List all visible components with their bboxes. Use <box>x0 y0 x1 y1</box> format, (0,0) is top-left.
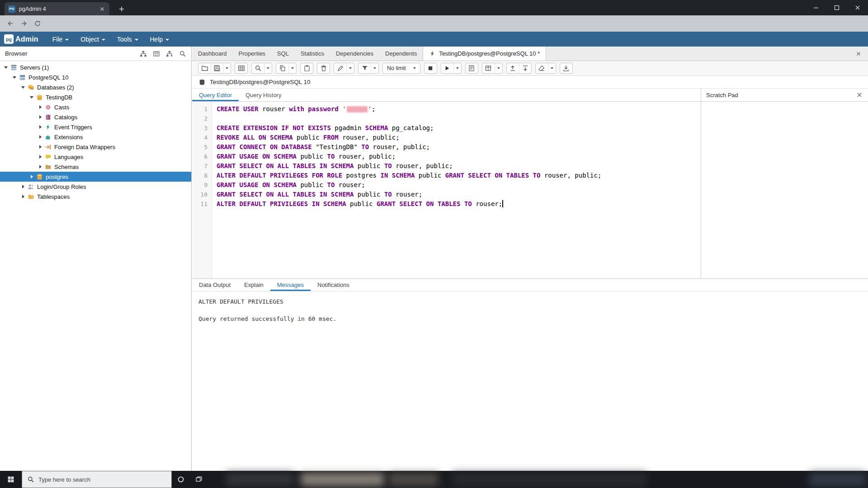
tab-query-tool-active[interactable]: TestingDB/postgres@PostgreSQL 10 * <box>423 47 546 61</box>
tree-item-testingdb[interactable]: TestingDB <box>0 92 191 102</box>
tab-query-history[interactable]: Query History <box>239 89 288 101</box>
tab-dashboard[interactable]: Dashboard <box>192 47 233 61</box>
save-button[interactable] <box>211 63 223 73</box>
reload-icon[interactable] <box>31 17 44 30</box>
download-csv-button[interactable] <box>560 63 572 73</box>
save-dropdown-button[interactable] <box>223 63 231 73</box>
chevron-down-icon[interactable] <box>13 75 17 80</box>
tree-item-extensions[interactable]: Extensions <box>0 132 191 142</box>
scratch-pad-textarea[interactable] <box>701 102 868 278</box>
clear-dropdown-button[interactable] <box>548 63 556 73</box>
copy-button[interactable] <box>276 63 288 73</box>
tree-item-servers-1[interactable]: Servers (1) <box>0 62 191 72</box>
cortana-icon[interactable] <box>172 471 190 488</box>
chevron-right-icon[interactable] <box>38 164 43 169</box>
filter-dropdown-button[interactable] <box>371 63 378 73</box>
chevron-right-icon[interactable] <box>30 174 34 179</box>
tab-properties[interactable]: Properties <box>233 47 271 61</box>
tree-item-postgres[interactable]: postgres <box>0 172 191 182</box>
tab-statistics[interactable]: Statistics <box>295 47 330 61</box>
tree-item-databases-2[interactable]: Databases (2) <box>0 82 191 92</box>
execute-dropdown-button[interactable] <box>453 63 461 73</box>
query-tool-icon <box>429 50 436 57</box>
delete-button[interactable] <box>317 63 330 73</box>
topology-icon[interactable] <box>138 49 148 59</box>
tab-notifications[interactable]: Notifications <box>311 279 356 291</box>
browser-navbar: /browser/ <box>0 15 868 32</box>
tree-item-casts[interactable]: Casts <box>0 102 191 112</box>
tree-item-label: Languages <box>54 154 83 160</box>
chevron-down-icon[interactable] <box>30 95 34 99</box>
explain-button[interactable] <box>466 63 478 73</box>
task-view-icon[interactable] <box>190 471 208 488</box>
rollback-button[interactable] <box>519 63 531 73</box>
tab-messages[interactable]: Messages <box>270 279 311 291</box>
row-limit-select[interactable]: No limit <box>382 63 420 74</box>
tab-data-output[interactable]: Data Output <box>192 279 237 291</box>
tree-item-login-group-roles[interactable]: Login/Group Roles <box>0 182 191 192</box>
menu-help[interactable]: Help <box>144 32 175 47</box>
tree-item-schemas[interactable]: Schemas <box>0 162 191 172</box>
edit-button[interactable] <box>334 63 346 73</box>
menu-file[interactable]: File <box>47 32 75 47</box>
edit-dropdown-button[interactable] <box>346 63 354 73</box>
paste-button[interactable] <box>301 63 313 73</box>
taskbar-search-input[interactable] <box>38 476 166 483</box>
tab-bar-close-icon[interactable] <box>849 47 868 61</box>
back-icon[interactable] <box>4 17 17 30</box>
tab-sql[interactable]: SQL <box>271 47 295 61</box>
tree-item-foreign-data-wrappers[interactable]: Foreign Data Wrappers <box>0 142 191 152</box>
sql-code[interactable]: CREATE USER rouser with password ''; CRE… <box>212 102 601 278</box>
minimize-icon[interactable] <box>806 0 826 15</box>
commit-button[interactable] <box>507 63 519 73</box>
explain-options-button[interactable] <box>482 63 495 73</box>
copy-dropdown-button[interactable] <box>288 63 296 73</box>
tab-dependents[interactable]: Dependents <box>379 47 423 61</box>
chevron-right-icon[interactable] <box>38 105 43 109</box>
edit-grid-button[interactable] <box>235 63 247 73</box>
stop-button[interactable] <box>425 63 437 73</box>
find-button[interactable] <box>252 63 264 73</box>
menu-object[interactable]: Object <box>75 32 111 47</box>
chevron-right-icon[interactable] <box>21 194 26 199</box>
chevron-down-icon[interactable] <box>21 85 26 89</box>
menu-bar: FileObjectToolsHelp <box>47 32 175 47</box>
tab-close-icon[interactable] <box>99 5 106 13</box>
start-button[interactable] <box>0 471 22 488</box>
scratch-pad-close-icon[interactable] <box>856 91 863 99</box>
find-dropdown-button[interactable] <box>264 63 272 73</box>
tab-dependencies[interactable]: Dependencies <box>330 47 379 61</box>
open-file-button[interactable] <box>198 63 211 73</box>
filter-button[interactable] <box>359 63 371 73</box>
sql-editor[interactable]: 1234567891011 CREATE USER rouser with pa… <box>192 102 701 278</box>
topology-settings-icon[interactable] <box>165 49 175 59</box>
clear-button[interactable] <box>536 63 548 73</box>
tree-item-postgresql-10[interactable]: PostgreSQL 10 <box>0 72 191 82</box>
execute-button[interactable] <box>441 63 453 73</box>
scratch-pad-title: Scratch Pad <box>706 92 738 99</box>
window-close-icon[interactable] <box>847 0 868 15</box>
menu-tools[interactable]: Tools <box>111 32 144 47</box>
explain-options-dropdown-button[interactable] <box>495 63 502 73</box>
chevron-right-icon[interactable] <box>38 135 43 139</box>
chevron-down-icon[interactable] <box>4 65 9 70</box>
chevron-right-icon[interactable] <box>21 184 26 189</box>
tab-explain[interactable]: Explain <box>237 279 270 291</box>
tree-item-catalogs[interactable]: Catalogs <box>0 112 191 122</box>
grid-icon[interactable] <box>151 49 161 59</box>
chevron-right-icon[interactable] <box>38 125 43 129</box>
taskbar-search[interactable] <box>22 471 172 488</box>
browser-tab[interactable]: PG pgAdmin 4 <box>5 2 109 15</box>
tree-item-tablespaces[interactable]: Tablespaces <box>0 192 191 202</box>
search-icon[interactable] <box>178 49 188 59</box>
tree-item-event-triggers[interactable]: Event Triggers <box>0 122 191 132</box>
maximize-icon[interactable] <box>826 0 847 15</box>
chevron-right-icon[interactable] <box>38 145 43 149</box>
new-tab-button[interactable] <box>116 3 127 15</box>
forward-icon[interactable] <box>17 17 31 30</box>
tree-item-languages[interactable]: Languages <box>0 152 191 162</box>
chevron-right-icon[interactable] <box>38 115 43 119</box>
tab-query-editor[interactable]: Query Editor <box>192 89 239 101</box>
chevron-right-icon[interactable] <box>38 155 43 159</box>
code-line <box>217 114 601 123</box>
